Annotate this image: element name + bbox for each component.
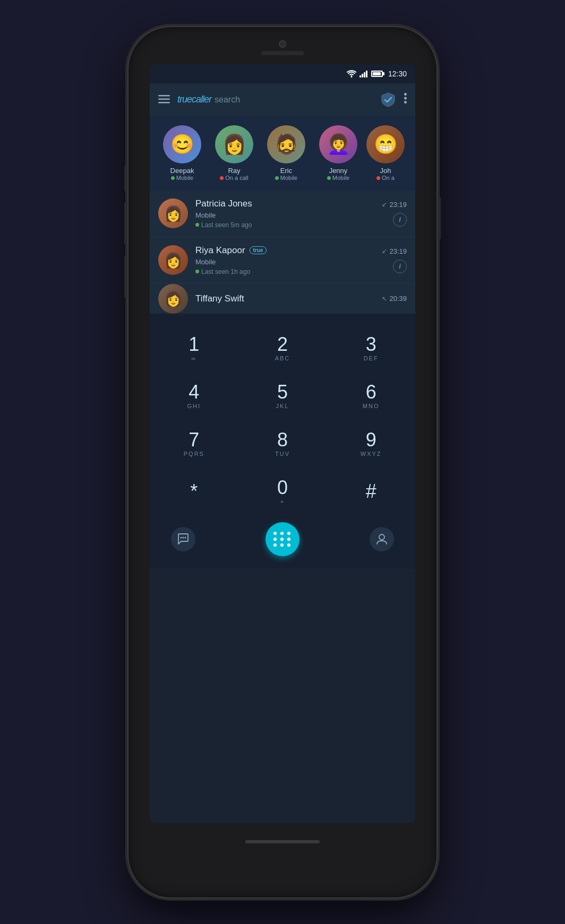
dial-sub-6: MNO	[363, 403, 380, 409]
dialpad-grid: 1 ∞ 2 ABC 3 DEF 4 GHI 5 JKL	[150, 324, 415, 515]
phone-device: 12:30 truecaller search	[129, 27, 436, 897]
dialpad-icon	[273, 532, 292, 547]
dial-key-1[interactable]: 1 ∞	[150, 324, 238, 372]
svg-point-7	[404, 93, 407, 96]
signal-icon	[359, 70, 368, 77]
dial-main-6: 6	[366, 383, 376, 402]
profile-icon	[376, 533, 388, 545]
call-avatar-patricia: 👩	[158, 198, 188, 228]
dial-key-5[interactable]: 5 JKL	[238, 372, 327, 420]
dial-sub-5: JKL	[276, 403, 289, 409]
call-meta-patricia: ↙ 23:19 i	[382, 201, 407, 227]
call-item-tiffany[interactable]: 👩 Tiffany Swift ↖ 20:39	[150, 284, 415, 314]
dial-main-hash: #	[366, 482, 376, 501]
volume-down-button[interactable]	[124, 255, 127, 298]
bottom-bar	[150, 515, 415, 563]
call-name-tiffany: Tiffany Swift	[195, 293, 244, 304]
call-info-riya: Riya Kapoor true Mobile Last seen 1h ago	[195, 245, 374, 275]
fav-avatar-eric: 🧔	[267, 125, 305, 163]
dial-sub-1: ∞	[191, 355, 196, 361]
shield-icon[interactable]	[380, 91, 397, 108]
call-item-riya[interactable]: 👩 Riya Kapoor true Mobile Last seen 1h a…	[150, 237, 415, 284]
call-item-patricia[interactable]: 👩 Patricia Jones Mobile Last seen 5m ago…	[150, 191, 415, 237]
fav-avatar-jenny: 👩‍🦱	[319, 125, 357, 163]
fav-status-ray: On a call	[220, 175, 248, 181]
favorite-item-eric[interactable]: 🧔 Eric Mobile	[262, 125, 310, 181]
info-button-riya[interactable]: i	[393, 260, 407, 273]
messages-button[interactable]	[171, 527, 195, 551]
call-avatar-riya: 👩	[158, 245, 188, 275]
dial-key-star[interactable]: *	[150, 468, 238, 515]
call-type-patricia: Mobile	[195, 211, 374, 219]
dial-main-9: 9	[366, 430, 376, 450]
fav-name-deepak: Deepak	[170, 167, 194, 175]
profile-button[interactable]	[370, 527, 394, 551]
status-bar: 12:30	[150, 64, 415, 83]
svg-rect-3	[366, 71, 367, 77]
dial-key-4[interactable]: 4 GHI	[150, 372, 238, 420]
call-avatar-tiffany: 👩	[158, 284, 188, 314]
search-box[interactable]: truecaller search	[177, 94, 372, 105]
phone-screen: 12:30 truecaller search	[150, 64, 415, 823]
dial-key-7[interactable]: 7 PQRS	[150, 420, 238, 468]
volume-up-button[interactable]	[124, 202, 127, 245]
call-name-row-patricia: Patricia Jones	[195, 198, 374, 209]
status-label-joh: On a	[382, 175, 395, 181]
call-time-patricia: ↙ 23:19	[382, 201, 407, 209]
dial-main-7: 7	[189, 430, 199, 450]
dial-key-2[interactable]: 2 ABC	[238, 324, 327, 372]
favorite-item-deepak[interactable]: 😊 Deepak Mobile	[158, 125, 206, 181]
dial-main-2: 2	[277, 335, 288, 354]
status-dot-jenny	[327, 176, 331, 180]
search-placeholder: search	[215, 95, 240, 105]
status-dot-joh	[376, 176, 380, 180]
favorite-item-joh[interactable]: 😁 Joh On a	[366, 125, 405, 181]
dial-key-hash[interactable]: #	[327, 468, 415, 515]
svg-rect-4	[158, 95, 170, 97]
speaker	[261, 51, 304, 55]
favorite-item-jenny[interactable]: 👩‍🦱 Jenny Mobile	[314, 125, 362, 181]
favorite-item-ray[interactable]: 👩 Ray On a call	[210, 125, 258, 181]
svg-rect-0	[359, 75, 361, 77]
svg-rect-2	[364, 72, 365, 77]
svg-point-9	[404, 101, 407, 103]
dial-sub-7: PQRS	[184, 451, 204, 457]
svg-point-11	[183, 537, 184, 538]
messages-icon	[177, 533, 189, 545]
seen-dot-riya	[195, 270, 199, 273]
true-badge-riya: true	[250, 246, 267, 254]
dial-main-8: 8	[277, 430, 288, 450]
status-time: 12:30	[388, 70, 407, 78]
power-button[interactable]	[438, 197, 441, 239]
dial-key-8[interactable]: 8 TUV	[238, 420, 327, 468]
call-meta-tiffany: ↖ 20:39	[382, 295, 407, 303]
phone-top	[129, 27, 436, 64]
call-type-riya: Mobile	[195, 258, 374, 266]
call-time-tiffany: ↖ 20:39	[382, 295, 407, 303]
dial-fab-button[interactable]	[266, 522, 299, 556]
dial-key-3[interactable]: 3 DEF	[327, 324, 415, 372]
dial-sub-4: GHI	[187, 403, 201, 409]
dial-key-9[interactable]: 9 WXYZ	[327, 420, 415, 468]
mute-button[interactable]	[124, 165, 127, 192]
status-label-ray: On a call	[225, 175, 248, 181]
dial-key-0[interactable]: 0 +	[238, 468, 327, 515]
menu-icon[interactable]	[158, 94, 170, 105]
info-button-patricia[interactable]: i	[393, 213, 407, 227]
call-seen-patricia: Last seen 5m ago	[195, 221, 374, 229]
fav-status-deepak: Mobile	[171, 175, 193, 181]
call-timestamp-riya: 23:19	[389, 247, 407, 255]
fav-avatar-deepak: 😊	[163, 125, 201, 163]
more-options-icon[interactable]	[404, 93, 407, 106]
call-name-riya: Riya Kapoor	[195, 245, 245, 256]
svg-point-12	[185, 537, 186, 538]
call-timestamp-tiffany: 20:39	[389, 295, 407, 303]
toolbar: truecaller search	[150, 83, 415, 116]
call-meta-riya: ↙ 23:19 i	[382, 247, 407, 273]
dial-main-3: 3	[366, 335, 376, 354]
svg-rect-6	[158, 102, 170, 103]
phone-bottom	[129, 823, 436, 860]
dial-key-6[interactable]: 6 MNO	[327, 372, 415, 420]
call-arrow-patricia: ↙	[382, 201, 387, 208]
dial-sub-8: TUV	[275, 451, 290, 457]
